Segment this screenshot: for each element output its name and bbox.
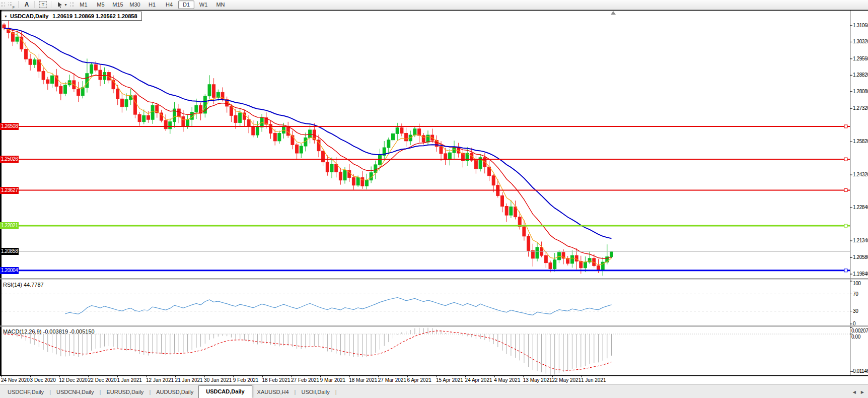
price-line-badge: 1.25026 bbox=[0, 156, 19, 163]
price-tick-label: 1.19840 bbox=[853, 271, 868, 277]
price-tick-label: 1.28820 bbox=[853, 72, 868, 78]
date-label: 24 Nov 2020 bbox=[1, 377, 30, 383]
rsi-tick-label: 0 bbox=[853, 321, 855, 326]
date-label: 27 Feb 2021 bbox=[291, 377, 319, 383]
price-line-badge: 1.26508 bbox=[0, 123, 19, 130]
line-handle[interactable] bbox=[844, 189, 847, 192]
price-tick-label: 1.27320 bbox=[853, 105, 868, 111]
timeframe-button-m1[interactable]: M1 bbox=[76, 1, 92, 9]
toolbar-grip[interactable] bbox=[70, 2, 74, 8]
chart-symbol-label: USDCAD,Daily bbox=[10, 13, 48, 19]
macd-tick-label: 0.00 bbox=[851, 334, 868, 340]
date-label: 27 Mar 2021 bbox=[378, 377, 406, 383]
rsi-tick-label: 100 bbox=[853, 281, 861, 286]
date-label: 1 Jun 2021 bbox=[581, 377, 606, 383]
text-box-icon[interactable]: T bbox=[39, 1, 47, 8]
date-label: 21 Jan 2021 bbox=[175, 377, 203, 383]
toolbar: F A T ▾ M1M5M15M30H1H4D1W1MN bbox=[0, 0, 868, 10]
timeframe-button-m15[interactable]: M15 bbox=[110, 1, 126, 9]
date-label: 12 Dec 2020 bbox=[59, 377, 88, 383]
toolbar-grip[interactable] bbox=[1, 2, 5, 8]
grid-f-icon[interactable]: F bbox=[6, 1, 16, 9]
tabs-scroll-left-icon[interactable]: ◀ bbox=[853, 390, 856, 394]
timeframe-button-m5[interactable]: M5 bbox=[93, 1, 109, 9]
price-tick-label: 1.30320 bbox=[853, 39, 868, 44]
date-label: 30 Jan 2021 bbox=[204, 377, 232, 383]
tab-eurusd-daily[interactable]: EURUSD,Daily bbox=[101, 386, 149, 398]
tab-xauusd-h4[interactable]: XAUUSD,H4 bbox=[252, 386, 294, 398]
chart-title-box: ▼ USDCAD,Daily 1.20619 1.20869 1.20562 1… bbox=[1, 12, 142, 21]
tab-usoil-daily[interactable]: USOil,Daily bbox=[296, 386, 334, 398]
date-label: 3 Dec 2020 bbox=[30, 377, 56, 383]
date-label: 22 May 2021 bbox=[552, 377, 581, 383]
price-tick-label: 1.28080 bbox=[853, 89, 868, 94]
date-label: 4 May 2021 bbox=[494, 377, 520, 383]
timeframe-toolbar: M1M5M15M30H1H4D1W1MN bbox=[75, 1, 229, 9]
timeframe-button-m30[interactable]: M30 bbox=[127, 1, 143, 9]
ma-slow bbox=[4, 28, 612, 239]
cursor-arrow-icon bbox=[57, 2, 63, 8]
macd-tick-label: 0.002074 bbox=[851, 328, 868, 334]
timeframe-button-mn[interactable]: MN bbox=[212, 1, 229, 9]
tab-usdcnh-daily[interactable]: USDCNH,Daily bbox=[51, 386, 99, 398]
price-tick-label: 1.29560 bbox=[853, 56, 868, 61]
macd-indicator-label: MACD(12,26,9) -0.003819 -0.005150 bbox=[3, 328, 95, 335]
date-label: 13 May 2021 bbox=[523, 377, 552, 383]
date-label: 9 Feb 2021 bbox=[233, 377, 259, 383]
line-handle[interactable] bbox=[844, 125, 847, 128]
tab-list: USDCHF,Daily|USDCNH,Daily|EURUSD,Daily|A… bbox=[0, 385, 337, 398]
chart-shift-marker[interactable] bbox=[611, 11, 616, 15]
macd-tick-label: -0.011466 bbox=[851, 368, 868, 374]
timeframe-button-h1[interactable]: H1 bbox=[144, 1, 160, 9]
tabs-scroll-right-icon[interactable]: ▶ bbox=[861, 390, 864, 394]
price-tick-label: 1.21340 bbox=[853, 238, 868, 243]
price-tick-label: 1.31060 bbox=[853, 23, 868, 28]
toolbar-separator bbox=[34, 2, 35, 8]
price-line-badge: 1.20004 bbox=[0, 267, 19, 274]
letter-a-icon[interactable]: A bbox=[22, 1, 32, 9]
timeframe-button-h4[interactable]: H4 bbox=[161, 1, 177, 9]
tab-separator: | bbox=[335, 389, 337, 398]
tab-audusd-daily[interactable]: AUDUSD,Daily bbox=[151, 386, 198, 398]
ma-fast bbox=[4, 28, 612, 265]
mt4-terminal: 1.310601.303201.295601.288201.280801.273… bbox=[0, 0, 868, 398]
symbol-tab-bar: USDCHF,Daily|USDCNH,Daily|EURUSD,Daily|A… bbox=[0, 384, 868, 398]
chart-canvas[interactable] bbox=[0, 0, 868, 398]
rsi-line bbox=[65, 298, 612, 315]
line-handle[interactable] bbox=[844, 269, 847, 272]
toolbar-separator bbox=[18, 2, 19, 8]
price-tick-label: 1.22840 bbox=[853, 205, 868, 210]
tab-usdchf-daily[interactable]: USDCHF,Daily bbox=[3, 386, 49, 398]
date-label: 18 Feb 2021 bbox=[262, 377, 290, 383]
ohlc-values: 1.20619 1.20869 1.20562 1.20858 bbox=[52, 13, 137, 19]
date-label: 18 Mar 2021 bbox=[349, 377, 377, 383]
cursor-tool-icon[interactable]: ▾ bbox=[54, 1, 69, 9]
date-label: 15 Apr 2021 bbox=[436, 377, 463, 383]
bid-price-badge: 1.20858 bbox=[0, 248, 19, 255]
date-label: 9 Mar 2021 bbox=[320, 377, 346, 383]
ma-medium bbox=[4, 28, 612, 258]
line-handle[interactable] bbox=[844, 224, 847, 227]
dropdown-caret-icon: ▾ bbox=[64, 3, 66, 7]
toolbar-separator bbox=[51, 2, 52, 8]
tab-usdcad-daily[interactable]: USDCAD,Daily bbox=[198, 385, 252, 398]
rsi-indicator-label: RSI(14) 44.7787 bbox=[3, 282, 44, 288]
candles bbox=[3, 21, 613, 276]
collapse-caret-icon[interactable]: ▼ bbox=[4, 15, 8, 18]
date-label: 12 Jan 2021 bbox=[146, 377, 174, 383]
rsi-tick-label: 30 bbox=[853, 308, 858, 314]
line-handle[interactable] bbox=[844, 158, 847, 161]
date-label: 6 Apr 2021 bbox=[407, 377, 431, 383]
timeframe-button-w1[interactable]: W1 bbox=[195, 1, 211, 9]
timeframe-button-d1[interactable]: D1 bbox=[178, 1, 194, 9]
rsi-pane bbox=[1, 294, 850, 315]
grid-f-letter: F bbox=[13, 6, 15, 9]
date-label: 22 Dec 2020 bbox=[88, 377, 117, 383]
macd-signal-line bbox=[4, 331, 612, 370]
date-label: 24 Apr 2021 bbox=[465, 377, 492, 383]
macd-pane bbox=[1, 328, 850, 375]
date-label: 1 Jan 2021 bbox=[117, 377, 142, 383]
moving-averages bbox=[4, 28, 612, 265]
price-line-badge: 1.22021 bbox=[0, 222, 19, 229]
price-tick-label: 1.20580 bbox=[853, 254, 868, 260]
